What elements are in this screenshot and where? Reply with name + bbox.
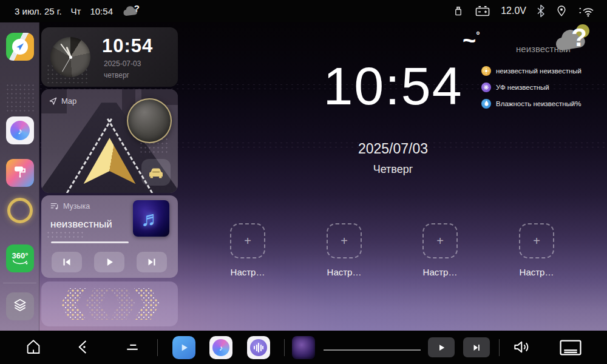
sidebar-item-navigation[interactable] [6,33,34,61]
status-bar-right: 12.0V [452,4,607,18]
now-playing-thumbnail[interactable] [292,336,315,359]
music-widget-header: Музыка [50,201,90,211]
sidebar-item-ring[interactable] [7,198,33,223]
map-widget[interactable]: Map [41,89,178,193]
status-time: 10:54 [90,6,113,16]
humidity-icon [481,99,491,109]
weather-unknown-icon: ? [122,4,140,18]
add-widget-placeholder-2[interactable]: + [327,223,362,258]
music-note-icon: ♪ [10,121,30,140]
right-arrow-icon [134,288,160,320]
display-icon [558,339,583,357]
play-icon [436,342,447,353]
weather-question-mark: ? [571,23,587,52]
playlist-icon [50,201,59,211]
add-widget-placeholder-4[interactable]: + [519,223,554,258]
360-label: 360° [12,252,29,260]
add-widget-placeholder-1[interactable]: + [230,223,265,258]
360-arrow-icon [12,260,29,265]
navbar-divider [157,339,158,356]
navbar-next-button[interactable] [463,337,490,357]
add-widget-placeholder-3[interactable]: + [422,223,458,258]
navigation-icon [12,39,28,55]
volume-button[interactable] [511,337,532,357]
placeholder-label-2: Настр… [308,267,381,277]
plus-icon: + [533,234,540,248]
status-bar: 3 июл. 25 г. Чт 10:54 ? 12.0V [0,0,607,22]
sidebar-item-themes[interactable] [6,159,34,187]
previous-track-button[interactable] [52,252,82,272]
navbar-divider [284,339,285,356]
bottom-nav-bar: ♪ [0,331,607,364]
status-weekday: Чт [71,6,81,16]
weather-detail-row: Влажность неизвестный% [481,95,582,112]
status-date: 3 июл. 25 г. [15,6,62,16]
widget-weekday: четверг [104,71,129,79]
sidebar-item-widgets[interactable] [6,292,34,320]
next-icon [145,255,158,269]
menu-lines-icon [123,338,141,356]
navbar-play-button[interactable] [428,337,455,357]
weather-cloud-icon[interactable]: ? [554,25,589,57]
navbar-divider [499,339,500,356]
music-note-icon: ♪ [212,339,229,356]
car-battery-icon [475,4,490,18]
music-widget-dots [46,231,85,239]
speaker-icon [511,337,532,357]
main-weekday: Четверг [179,163,607,176]
next-track-button[interactable] [137,252,167,272]
clock-widget[interactable]: 10:54 2025-07-03 четверг [41,27,178,87]
status-bar-left: 3 июл. 25 г. Чт 10:54 ? [0,4,140,18]
uv-icon [481,83,491,92]
placeholder-label-3: Настр… [404,267,476,277]
music-widget[interactable]: Музыка неизвестный ♬ [41,195,178,278]
left-arrow-icon-faint [85,288,110,320]
weather-temp[interactable]: ~ ° [463,29,480,52]
plus-icon: + [436,234,444,248]
voltage-readout: 12.0V [501,5,526,16]
screen-off-button[interactable] [558,339,583,357]
next-icon [471,342,482,353]
sidebar-separator [3,283,36,283]
music-widget-label: Музыка [63,202,90,211]
placeholder-label-4: Настр… [500,267,573,277]
voice-assistant-button[interactable] [247,336,270,359]
home-button[interactable] [24,338,42,356]
clock-center-dot [69,56,72,59]
video-app-button[interactable] [172,336,195,359]
second-hand [62,57,71,72]
analog-clock [50,37,90,77]
menu-button[interactable] [123,338,141,356]
sidebar-item-music[interactable]: ♪ [6,116,34,144]
navbar-track-progress[interactable] [324,349,421,351]
sidebar-item-360-view[interactable]: 360° [6,244,34,272]
location-icon [555,4,568,18]
back-icon [74,338,92,356]
map-label-row: Map [49,96,76,106]
plus-icon: + [244,234,251,248]
play-icon [103,255,116,269]
map-compass-circle [127,98,172,143]
main-date: 2025/07/03 [179,141,607,157]
paint-roller-icon [13,164,27,181]
widget-date: 2025-07-03 [104,59,141,68]
turn-arrows-widget[interactable] [41,281,178,326]
map-cursor-icon [49,96,58,106]
weather-detail-row: неизвестный неизвестный [481,62,582,79]
previous-icon [60,255,73,269]
usb-icon [452,4,464,18]
play-pause-button[interactable] [94,252,124,272]
track-progress-bar[interactable] [51,241,129,243]
treble-clef-art: ♬ [141,207,161,231]
sidebar-dot-texture [5,83,35,112]
track-title: неизвестный [50,218,112,231]
car-mode-button[interactable] [141,159,171,186]
weather-details[interactable]: неизвестный неизвестный УФ неизвестный В… [481,62,582,112]
weather-detail-row: УФ неизвестный [481,79,582,95]
left-arrow-icon [61,288,86,320]
music-app-button[interactable]: ♪ [209,336,232,359]
home-icon [24,338,42,356]
voice-waveform-icon [250,339,267,356]
map-label: Map [61,96,76,106]
back-button[interactable] [74,338,92,356]
